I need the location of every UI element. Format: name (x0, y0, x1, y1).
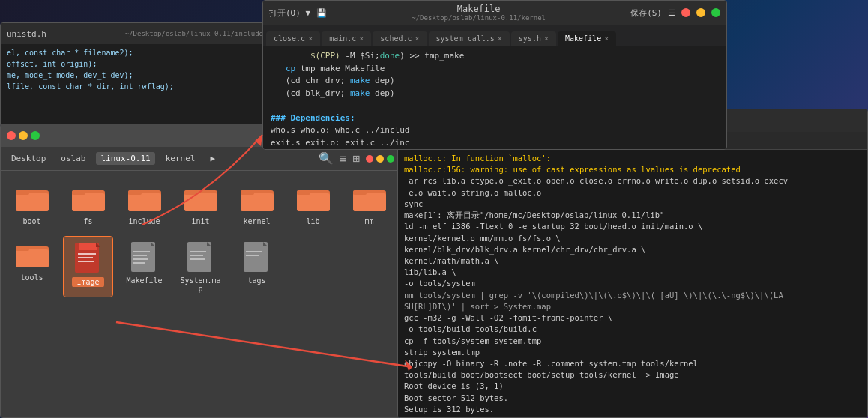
filemanager-window[interactable]: Desktop oslab linux-0.11 kernel ▶ 🔍 ≡ ⊞ … (0, 124, 401, 418)
file-label-lib: lib (306, 217, 319, 225)
file-item-mm[interactable]: mm (344, 180, 394, 230)
svg-rect-23 (16, 246, 29, 251)
svg-rect-44 (246, 255, 259, 256)
svg-rect-1 (16, 193, 49, 211)
tab-makefile[interactable]: Makefile × (558, 31, 616, 46)
maximize-button[interactable] (711, 8, 720, 17)
editor-subtitle: ~/Desktop/oslab/linux-0.11/kernel (327, 14, 630, 22)
save-icon[interactable]: 💾 (316, 8, 327, 18)
folder-icon-mm (352, 184, 388, 214)
folder-icon-kernel (239, 184, 275, 214)
file-item-fs[interactable]: fs (63, 180, 113, 230)
tab-close-icon[interactable]: × (308, 34, 313, 43)
file-item-include[interactable]: include (119, 180, 169, 230)
code-line-7: who.s who.o: who.c ../includ (271, 124, 719, 137)
editor-right-actions: 保存(S) ☰ (630, 7, 720, 19)
file-item-tools[interactable]: tools (7, 236, 57, 297)
folder-icon-boot (14, 184, 50, 214)
close-dot[interactable] (366, 155, 373, 163)
term-line-13: nm tools/system | grep -v '\(compiled\)\… (404, 290, 861, 301)
tab-system-call[interactable]: system_call.s × (429, 31, 510, 46)
editor-window[interactable]: 打开(O) ▼ 💾 Makefile ~/Desktop/oslab/linux… (262, 0, 727, 150)
taskbar-linux[interactable]: linux-0.11 (96, 152, 154, 165)
term-line-8: kernel/kernel.o mm/mm.o fs/fs.o \ (404, 233, 861, 244)
tab-close-icon[interactable]: × (544, 34, 549, 43)
svg-rect-5 (72, 190, 85, 195)
breadcrumb-arrow[interactable]: ▶ (205, 152, 220, 165)
file-item-kernel[interactable]: kernel (232, 180, 282, 230)
svg-rect-38 (190, 251, 206, 252)
folder-icon-lib (295, 184, 331, 214)
file-label-mm: mm (364, 217, 373, 225)
code-line-6: ### Dependencies: (271, 112, 719, 125)
svg-rect-7 (128, 193, 161, 211)
tab-close-icon[interactable]: × (498, 34, 502, 43)
term-line-10: kernel/math/math.a \ (404, 255, 861, 267)
code-line-1: $(CPP) -M $Si;done) >> tmp_make (271, 50, 719, 63)
file-label-boot: boot (22, 217, 40, 225)
list-view-icon[interactable]: ≡ (340, 151, 347, 166)
svg-rect-8 (128, 190, 142, 195)
tab-sched-c[interactable]: sched.c × (373, 31, 427, 46)
file-item-systemmap[interactable]: System.map (175, 236, 226, 297)
svg-rect-33 (133, 255, 147, 256)
filemanager-toolbar: Desktop oslab linux-0.11 kernel ▶ 🔍 ≡ ⊞ (1, 147, 400, 171)
svg-rect-11 (184, 190, 198, 195)
editor-behind-header: unistd.h ~/Desktop/oslab/linux-0.11/incl… (1, 23, 269, 44)
open-button[interactable]: 打开(O) ▼ (269, 7, 310, 19)
file-item-image[interactable]: Image (63, 236, 113, 297)
term-line-9: kernel/blk_drv/blk_drv.a kernel/chr_drv/… (404, 244, 861, 255)
svg-rect-14 (241, 190, 254, 195)
code-line: lfile, const char * dir, int rwflag); (7, 81, 263, 92)
max-dot[interactable] (387, 155, 394, 163)
terminal-window[interactable]: mc@ubuntu: ~/Desktop/oslab/linux-0.11 文件… (397, 109, 868, 418)
file-item-makefile[interactable]: Makefile (119, 236, 169, 297)
term-line-11: lib/lib.a \ (404, 267, 861, 278)
taskbar-desktop[interactable]: Desktop (7, 152, 50, 165)
filemanager-close-button[interactable] (7, 131, 16, 140)
grid-view-icon[interactable]: ⊞ (352, 151, 360, 166)
save-button[interactable]: 保存(S) (630, 7, 662, 19)
term-line-24: System is 121505 bytes. (404, 415, 861, 417)
term-line-4: e.o wait.o string.o malloc.o (404, 187, 861, 199)
tab-close-icon[interactable]: × (604, 34, 609, 43)
svg-rect-17 (297, 190, 310, 195)
taskbar-oslab[interactable]: oslab (56, 152, 90, 165)
taskbar-kernel[interactable]: kernel (161, 152, 200, 165)
file-item-lib[interactable]: lib (288, 180, 338, 230)
term-line-1: malloc.c: In function `malloc': (404, 153, 861, 164)
editor-open-action[interactable]: 打开(O) ▼ 💾 (269, 7, 327, 19)
code-line-5 (271, 100, 719, 112)
search-icon[interactable]: 🔍 (319, 151, 334, 166)
svg-rect-22 (16, 249, 49, 267)
term-line-14: SH[RL]DI\)' | sort > System.map (404, 301, 861, 312)
tab-close-icon[interactable]: × (359, 34, 364, 43)
editor-unistd[interactable]: unistd.h ~/Desktop/oslab/linux-0.11/incl… (0, 22, 270, 127)
term-line-2: malloc.c:156: warning: use of cast expre… (404, 164, 861, 175)
editor-content: $(CPP) -M $Si;done) >> tmp_make cp tmp_m… (263, 46, 726, 149)
file-label-systemmap: System.map (178, 276, 223, 293)
editor-title: Makefile (327, 4, 630, 14)
close-button[interactable] (681, 8, 690, 17)
tab-sys-h[interactable]: sys.h × (511, 31, 556, 46)
terminal-body: malloc.c: In function `malloc': malloc.c… (398, 150, 867, 417)
filemanager-max-button[interactable] (31, 131, 40, 140)
file-item-init[interactable]: init (175, 180, 226, 230)
svg-rect-10 (184, 193, 217, 211)
file-item-tags[interactable]: tags (232, 236, 282, 297)
filemanager-min-button[interactable] (19, 131, 28, 140)
tab-main-c[interactable]: main.c × (322, 31, 371, 46)
editor-tabs: close.c × main.c × sched.c × system_call… (263, 25, 726, 46)
term-line-16: -o tools/build tools/build.c (404, 324, 861, 335)
tab-close-icon[interactable]: × (415, 34, 420, 43)
svg-rect-25 (79, 243, 97, 250)
min-dot[interactable] (376, 155, 384, 163)
file-label-init: init (191, 217, 209, 225)
menu-icon[interactable]: ☰ (668, 8, 675, 18)
svg-rect-13 (241, 193, 274, 211)
tab-close-c[interactable]: close.c × (266, 31, 320, 46)
svg-rect-29 (78, 261, 94, 262)
file-label-image: Image (72, 277, 103, 287)
file-item-boot[interactable]: boot (7, 180, 57, 230)
minimize-button[interactable] (696, 8, 705, 17)
